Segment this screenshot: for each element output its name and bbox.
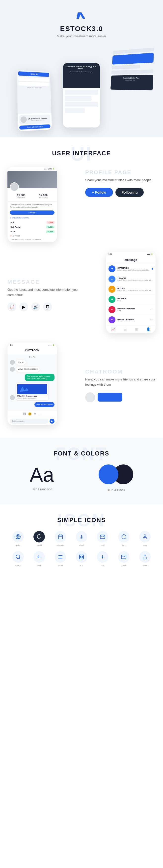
globe-icon xyxy=(12,531,24,542)
grid-icon xyxy=(76,551,87,563)
tab-grid-icon[interactable]: ⊞ xyxy=(135,327,138,331)
menu-icon xyxy=(55,551,66,563)
chat-header: CHATROOM xyxy=(7,347,57,354)
icon-menu: menu xyxy=(53,551,68,566)
icon-user: user xyxy=(137,531,152,546)
send-button[interactable]: ▶ xyxy=(49,419,54,424)
chat-icon-more[interactable]: ⋯ xyxy=(39,412,42,416)
chatroom-desc: Here, you can make more friends and shar… xyxy=(85,377,156,388)
stock-item-dpm[interactable]: DPM -1.96% xyxy=(7,220,57,225)
message-label: MESSAGE xyxy=(7,279,78,285)
chat-avatar-lisa xyxy=(10,360,15,365)
msg-item-notice[interactable]: ◆ NOTICE Lorem ipsum dolor sit amet, con… xyxy=(106,284,156,294)
chat-messages: 3:41 PM Lisa M. WOW! GOOD JOB MAN! That … xyxy=(7,354,57,411)
icons-section: ICON SIMPLE ICONS globe shield calendar xyxy=(0,504,163,579)
logo-icon xyxy=(75,10,88,22)
unread-dot xyxy=(152,268,153,270)
message-phone: 9:41 ●●● 🔋 Message ★ STATISTICS Lorem ip… xyxy=(106,252,156,333)
calendar-label: calendar xyxy=(56,544,64,546)
svg-rect-22 xyxy=(80,557,81,559)
profile-right: PROFILE PAGE Share your investment ideas… xyxy=(85,167,156,197)
opinion-text: Lorem ipsum dolor sit amet, consectetur.… xyxy=(7,239,57,242)
profile-phone: ●●● WiFi 🔋 11 000 Followers xyxy=(7,167,57,242)
message-left: MESSAGE Get the latest and most complete… xyxy=(7,274,78,312)
plus-label: add xyxy=(101,564,104,566)
svg-rect-21 xyxy=(82,557,83,559)
icon-shield: shield xyxy=(32,531,47,546)
deco-chat-bubble xyxy=(97,393,122,402)
chat-bubble-lisa: Lisa M. xyxy=(10,360,54,365)
tab-profile-icon[interactable]: 👤 xyxy=(146,327,150,331)
chat-icon-photo[interactable]: 🖼 xyxy=(23,412,26,416)
icon-calendar: calendar xyxy=(53,531,68,546)
stock-item-highrapid[interactable]: High Rapid +1.01% xyxy=(7,225,57,229)
following-button[interactable]: Following xyxy=(115,188,144,197)
msg-header: Message xyxy=(106,256,156,264)
bubble-detail: Don't tell me in detail xyxy=(34,402,54,407)
font-colors-grid: Aa San Francisco Blue & Black xyxy=(7,464,156,492)
profile-showcase: ●●● WiFi 🔋 11 000 Followers xyxy=(7,167,156,242)
chart-label: chart xyxy=(79,544,84,546)
font-name-label: San Francisco xyxy=(30,487,54,491)
msg-item-warmup[interactable]: ◉ WARMUP Blog... xyxy=(106,294,156,305)
opinion-label: 📍 OPINION xyxy=(7,234,57,239)
chatroom-right: CHATROOM Here, you can make more friends… xyxy=(85,366,156,402)
icon-arrow: back xyxy=(32,551,47,566)
chat-icon-emoji[interactable]: 😊 xyxy=(28,412,32,416)
follow-button-small[interactable]: + Follow xyxy=(10,211,54,215)
stock-item-deep[interactable]: Deep +6.22% xyxy=(7,229,57,234)
chat-icons: 🖼 😊 🎙 ⋯ xyxy=(7,411,57,417)
profile-phone-container: ●●● WiFi 🔋 11 000 Followers xyxy=(7,167,78,242)
tab-list-icon[interactable]: ☰ xyxy=(124,327,127,331)
font-colors-title: FONT & COLORS xyxy=(7,450,156,457)
chat-date: 3:41 PM xyxy=(10,356,54,358)
font-sample: Aa San Francisco xyxy=(30,465,54,491)
msg-avatar-daniels: D xyxy=(109,306,115,313)
font-aa-display: Aa xyxy=(30,465,54,485)
ui-section: UI USER INTERFACE ●●● WiFi 🔋 xyxy=(0,137,163,438)
msg-item-statistics[interactable]: ★ STATISTICS Lorem ipsum dolor sit amet,… xyxy=(106,264,156,274)
chat-phone: 9:41 ●●● 🔋 CHATROOM 3:41 PM Lisa M. xyxy=(7,343,57,425)
icon-search: search xyxy=(11,551,26,566)
msg-item-harrys[interactable]: H Harry's Chatroom 5:20 xyxy=(106,315,156,325)
chat-avatar-bob xyxy=(10,367,15,372)
chat-avatar-news xyxy=(10,395,15,400)
hero-section: ESTOCK3.0 Make your investment more easi… xyxy=(0,0,163,137)
media-icon-volume[interactable]: 🔊 xyxy=(31,303,40,311)
follow-button[interactable]: + Follow xyxy=(85,188,113,197)
svg-rect-5 xyxy=(58,535,63,539)
chatroom-showcase: 9:41 ●●● 🔋 CHATROOM 3:41 PM Lisa M. xyxy=(7,343,156,425)
svg-point-12 xyxy=(144,535,146,536)
media-icon-chart[interactable]: 📈 xyxy=(7,303,16,311)
msg-item-daniels[interactable]: D Daniel's Chatroom Blog... 5:20 xyxy=(106,305,156,315)
bubble-success: That is our one major success. That's be… xyxy=(25,374,54,381)
phone-center: Australia blocks Au-energy and sale s...… xyxy=(63,63,100,127)
globe-label: globe xyxy=(15,544,21,546)
box-label: box xyxy=(122,544,125,546)
msg-avatar-harrys: H xyxy=(109,316,115,323)
icons-row-2: search back menu grid add xyxy=(7,551,156,566)
chat-icon-mic[interactable]: 🎙 xyxy=(34,412,37,416)
tab-chart-icon[interactable]: 📈 xyxy=(111,327,115,331)
media-icon-image[interactable]: 🖼 xyxy=(43,303,52,311)
share-label: share xyxy=(142,564,148,566)
user-icon xyxy=(139,531,151,542)
msg-content-warmup: WARMUP Blog... xyxy=(117,298,153,302)
msg-status-bar: 9:41 ●●● 🔋 xyxy=(106,252,156,256)
profile-label: PROFILE PAGE xyxy=(85,169,156,176)
media-icon-play[interactable]: ▶ xyxy=(19,303,28,311)
chat-input[interactable]: Type message... xyxy=(10,419,48,424)
profile-desc: Share your investment ideas with more pe… xyxy=(85,178,156,183)
msg-item-alarm[interactable]: ▲ * ALARM Lorem ipsum dolor sit amet, co… xyxy=(106,274,156,284)
profile-bio: Lorem ipsum dolor sit amet, consectetur … xyxy=(7,202,57,211)
chat-bubble-news: UK public fi-nances see The UK governmen… xyxy=(10,383,54,400)
box-icon xyxy=(118,531,129,542)
chat-bubble-success: That is our one major success. That's be… xyxy=(10,374,54,381)
icon-email: email xyxy=(116,551,131,566)
search-icon xyxy=(12,551,24,563)
svg-rect-20 xyxy=(82,555,83,556)
icon-plus: add xyxy=(95,551,110,566)
hero-title: ESTOCK3.0 xyxy=(5,25,158,33)
arrow-icon xyxy=(34,551,45,563)
icon-globe: globe xyxy=(11,531,26,546)
